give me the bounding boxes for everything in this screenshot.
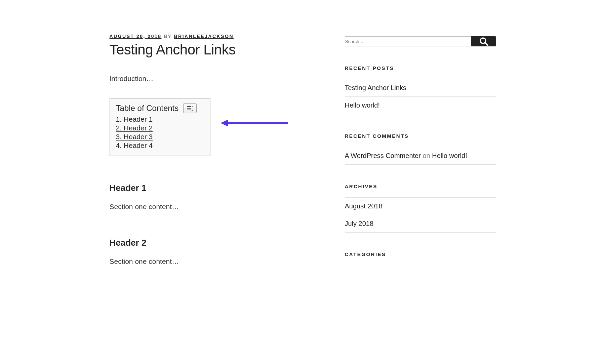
- post-title: Testing Anchor Links: [110, 42, 318, 58]
- archive-link[interactable]: July 2018: [345, 220, 374, 227]
- svg-marker-5: [192, 106, 193, 107]
- widget-recent-posts: RECENT POSTS Testing Anchor Links Hello …: [345, 65, 496, 114]
- archives-list: August 2018 July 2018: [345, 197, 496, 233]
- list-item: Hello world!: [345, 97, 496, 114]
- widget-archives: ARCHIVES August 2018 July 2018: [345, 184, 496, 233]
- widget-title: RECENT COMMENTS: [345, 133, 496, 139]
- post-author-link[interactable]: BRIANLEEJACKSON: [174, 34, 234, 39]
- toc-item: 3. Header 3: [116, 133, 204, 141]
- section-heading-2: Header 2: [110, 238, 318, 248]
- svg-marker-6: [192, 110, 193, 111]
- svg-rect-3: [187, 108, 191, 109]
- recent-post-link[interactable]: Hello world!: [345, 102, 380, 109]
- widget-recent-comments: RECENT COMMENTS A WordPress Commenter on…: [345, 133, 496, 165]
- widget-title: RECENT POSTS: [345, 65, 496, 71]
- section-body-2: Section one content…: [110, 257, 318, 266]
- widget-title: ARCHIVES: [345, 184, 496, 189]
- search-form: [345, 36, 496, 46]
- toc-toggle-button[interactable]: [183, 103, 197, 113]
- svg-marker-1: [220, 120, 228, 126]
- recent-comments-list: A WordPress Commenter on Hello world!: [345, 147, 496, 165]
- toc-link[interactable]: 2. Header 2: [116, 124, 153, 132]
- toc-link[interactable]: 4. Header 4: [116, 141, 153, 149]
- svg-line-8: [485, 43, 488, 45]
- table-of-contents: Table of Contents 1. Header 1 2. Header …: [110, 98, 210, 156]
- svg-rect-4: [187, 110, 191, 110]
- post-date-link[interactable]: AUGUST 20, 2018: [110, 34, 162, 39]
- recent-posts-list: Testing Anchor Links Hello world!: [345, 79, 496, 114]
- svg-rect-2: [187, 106, 191, 107]
- search-button[interactable]: [471, 36, 496, 46]
- list-item: July 2018: [345, 215, 496, 233]
- list-item: Testing Anchor Links: [345, 79, 496, 97]
- comment-on-label: on: [423, 152, 430, 159]
- list-item: A WordPress Commenter on Hello world!: [345, 147, 496, 165]
- toc-toggle-icon: [187, 106, 193, 111]
- sidebar: RECENT POSTS Testing Anchor Links Hello …: [345, 34, 496, 276]
- post-meta: AUGUST 20, 2018 BY BRIANLEEJACKSON: [110, 34, 318, 39]
- search-icon: [479, 36, 489, 46]
- toc-item: 1. Header 1: [116, 115, 204, 123]
- widget-title: CATEGORIES: [345, 251, 496, 257]
- toc-title: Table of Contents: [116, 104, 179, 113]
- list-item: August 2018: [345, 198, 496, 215]
- search-input[interactable]: [345, 36, 472, 46]
- toc-list: 1. Header 1 2. Header 2 3. Header 3 4. H…: [116, 115, 204, 150]
- by-label: BY: [164, 34, 172, 39]
- recent-post-link[interactable]: Testing Anchor Links: [345, 84, 406, 91]
- toc-link[interactable]: 3. Header 3: [116, 133, 153, 140]
- toc-item: 4. Header 4: [116, 141, 204, 150]
- section-body-1: Section one content…: [110, 203, 318, 211]
- comment-author-link[interactable]: A WordPress Commenter: [345, 152, 421, 159]
- post-main: AUGUST 20, 2018 BY BRIANLEEJACKSON Testi…: [110, 34, 318, 276]
- toc-item: 2. Header 2: [116, 124, 204, 132]
- post-intro: Introduction…: [110, 75, 318, 83]
- comment-post-link[interactable]: Hello world!: [432, 152, 467, 159]
- annotation-arrow-icon: [220, 118, 288, 128]
- archive-link[interactable]: August 2018: [345, 202, 383, 210]
- section-heading-1: Header 1: [110, 183, 318, 193]
- toc-link[interactable]: 1. Header 1: [116, 115, 153, 123]
- widget-categories: CATEGORIES: [345, 251, 496, 257]
